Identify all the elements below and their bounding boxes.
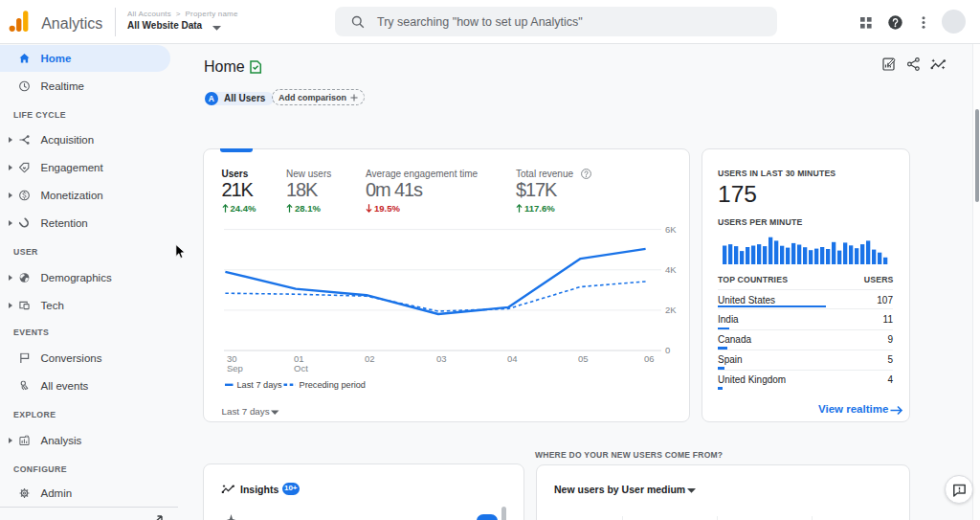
svg-text:Preceding period: Preceding period [300, 380, 366, 390]
svg-text:Oct: Oct [294, 363, 308, 373]
svg-text:04: 04 [507, 353, 518, 364]
svg-text:Last 7 days: Last 7 days [237, 380, 282, 390]
svg-text:03: 03 [436, 353, 447, 364]
svg-text:05: 05 [578, 353, 589, 364]
svg-text:0: 0 [665, 345, 670, 355]
svg-text:Last 7 days: Last 7 days [222, 406, 270, 417]
svg-text:06: 06 [644, 353, 655, 364]
svg-text:02: 02 [365, 353, 375, 364]
svg-text:2K: 2K [665, 305, 677, 315]
svg-text:Analytics: Analytics [41, 15, 102, 32]
svg-text:6K: 6K [665, 224, 677, 235]
svg-text:Sep: Sep [227, 363, 243, 373]
svg-text:4K: 4K [665, 264, 677, 275]
